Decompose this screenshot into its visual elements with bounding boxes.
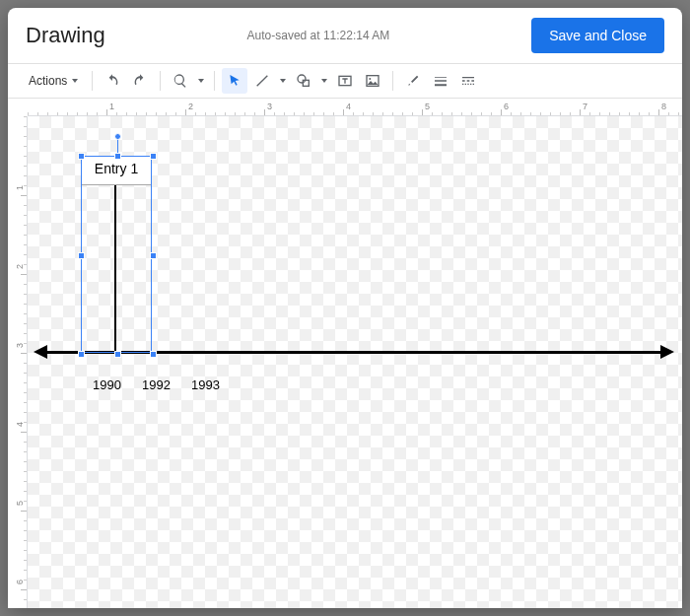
svg-rect-1 — [304, 80, 310, 86]
textbox-tool-button[interactable] — [332, 68, 358, 94]
line-dash-icon — [460, 73, 476, 89]
timeline-line[interactable] — [45, 351, 660, 354]
line-dash-button[interactable] — [455, 68, 481, 94]
shape-icon — [296, 73, 311, 89]
zoom-dropdown[interactable] — [193, 79, 207, 83]
line-weight-button[interactable] — [428, 68, 453, 94]
caret-down-icon — [280, 79, 286, 83]
caret-down-icon — [198, 79, 204, 83]
line-dropdown[interactable] — [275, 79, 289, 83]
line-icon — [254, 73, 270, 89]
zoom-icon — [172, 73, 188, 89]
line-tool-group — [249, 68, 289, 94]
rotate-line — [117, 139, 118, 157]
caret-down-icon — [72, 79, 78, 83]
year-label[interactable]: 1990 — [93, 377, 121, 392]
zoom-group — [168, 68, 207, 94]
svg-point-0 — [298, 75, 306, 83]
shape-dropdown[interactable] — [316, 79, 330, 83]
separator — [92, 71, 93, 91]
entry-text: Entry 1 — [95, 161, 138, 176]
format-paint-button[interactable] — [400, 68, 426, 94]
shape-tool-button[interactable] — [291, 68, 316, 94]
undo-icon — [104, 73, 120, 89]
drawing-canvas[interactable]: 1990 1992 1993 Entry 1 — [28, 116, 682, 608]
cursor-icon — [227, 73, 242, 89]
shape-tool-group — [291, 68, 330, 94]
svg-point-4 — [370, 78, 372, 80]
selection-outline — [81, 156, 152, 353]
image-icon — [365, 73, 380, 89]
separator — [214, 71, 215, 91]
actions-menu-button[interactable]: Actions — [22, 69, 85, 93]
toolbar: Actions — [8, 64, 682, 99]
year-label[interactable]: 1993 — [191, 377, 220, 392]
zoom-button[interactable] — [168, 68, 193, 94]
rotate-handle[interactable] — [114, 133, 121, 140]
entry-stem[interactable] — [114, 179, 116, 352]
canvas-area: 12345678 1234567 1990 1992 1993 Entry 1 — [8, 99, 682, 608]
textbox-icon — [337, 73, 353, 89]
separator — [392, 71, 393, 91]
redo-icon — [132, 73, 148, 89]
save-and-close-button[interactable]: Save and Close — [531, 18, 664, 53]
separator — [160, 71, 161, 91]
select-tool-button[interactable] — [222, 68, 247, 94]
paint-icon — [405, 73, 421, 89]
year-label[interactable]: 1992 — [142, 377, 171, 392]
image-tool-button[interactable] — [360, 68, 385, 94]
entry-textbox[interactable]: Entry 1 — [81, 156, 152, 185]
drawing-dialog: Drawing Auto-saved at 11:22:14 AM Save a… — [8, 8, 682, 608]
horizontal-ruler[interactable]: 12345678 — [28, 99, 682, 116]
actions-label: Actions — [29, 74, 67, 88]
redo-button[interactable] — [127, 68, 153, 94]
line-weight-icon — [433, 73, 448, 89]
undo-button[interactable] — [100, 68, 125, 94]
dialog-header: Drawing Auto-saved at 11:22:14 AM Save a… — [8, 8, 682, 64]
autosave-status: Auto-saved at 11:22:14 AM — [105, 29, 531, 42]
caret-down-icon — [321, 79, 327, 83]
vertical-ruler[interactable]: 1234567 — [8, 116, 28, 608]
line-tool-button[interactable] — [249, 68, 275, 94]
resize-handle-e[interactable] — [150, 252, 157, 259]
dialog-title: Drawing — [26, 23, 105, 48]
timeline-arrow-right — [660, 345, 674, 359]
resize-handle-w[interactable] — [78, 252, 85, 259]
